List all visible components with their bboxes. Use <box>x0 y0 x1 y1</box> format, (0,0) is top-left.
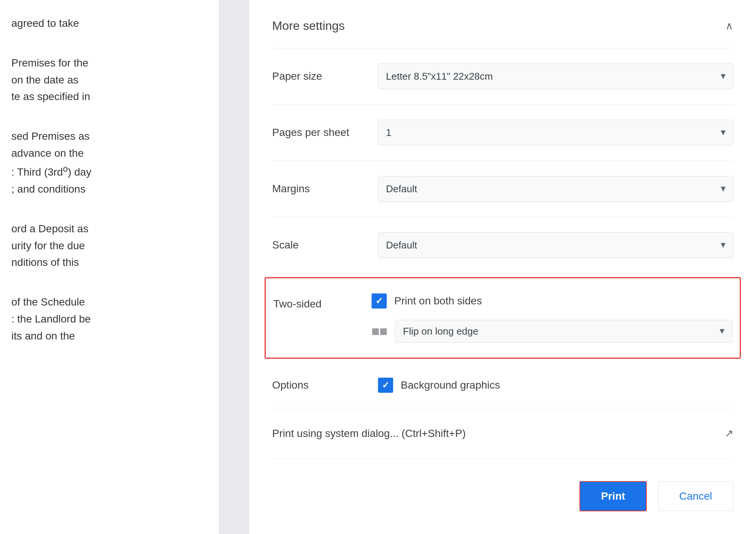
pages-per-sheet-select[interactable]: 1 2 4 <box>378 120 733 145</box>
system-dialog-row[interactable]: Print using system dialog... (Ctrl+Shift… <box>272 408 733 459</box>
paper-size-row: Paper size Letter 8.5"x11" 22x28cm A4 Le… <box>272 48 733 105</box>
scale-select-wrapper: Default Custom Fit to page width ▼ <box>378 232 733 258</box>
system-dialog-text: Print using system dialog... (Ctrl+Shift… <box>272 428 466 440</box>
margins-select-wrapper: Default None Minimum Custom ▼ <box>378 176 733 202</box>
more-settings-title: More settings <box>272 19 345 33</box>
paper-size-control: Letter 8.5"x11" 22x28cm A4 Legal ▼ <box>378 63 733 89</box>
margins-label: Margins <box>272 183 378 195</box>
two-sided-row: Two-sided Print on both sides ▦▦ Flip on… <box>265 277 741 359</box>
background-graphics-label: Background graphics <box>401 379 500 391</box>
doc-paragraph-5: of the Schedule: the Landlord beits and … <box>11 294 208 344</box>
pages-per-sheet-label: Pages per sheet <box>272 127 378 139</box>
pages-per-sheet-select-wrapper: 1 2 4 ▼ <box>378 120 733 145</box>
panel-separator <box>219 0 249 534</box>
external-link-icon: ↗︎ <box>725 427 733 440</box>
print-both-sides-row: Print on both sides <box>372 293 732 309</box>
doc-paragraph-2: Premises for theon the date aste as spec… <box>11 55 208 105</box>
paper-size-select-wrapper: Letter 8.5"x11" 22x28cm A4 Legal ▼ <box>378 63 733 89</box>
document-preview: agreed to take Premises for theon the da… <box>0 0 219 534</box>
pages-per-sheet-row: Pages per sheet 1 2 4 ▼ <box>272 105 733 161</box>
margins-row: Margins Default None Minimum Custom ▼ <box>272 161 733 217</box>
cancel-button[interactable]: Cancel <box>658 482 733 511</box>
more-settings-header: More settings ∧ <box>272 0 733 48</box>
paper-size-select[interactable]: Letter 8.5"x11" 22x28cm A4 Legal <box>378 63 733 89</box>
options-label: Options <box>272 379 378 391</box>
background-graphics-checkbox[interactable] <box>378 378 393 393</box>
options-controls: Background graphics <box>378 378 733 393</box>
margins-select[interactable]: Default None Minimum Custom <box>378 176 733 202</box>
doc-paragraph-1: agreed to take <box>11 15 208 32</box>
flip-pages-icon: ▦▦ <box>372 326 387 336</box>
paper-size-label: Paper size <box>272 70 378 82</box>
doc-paragraph-4: ord a Deposit asurity for the duendition… <box>11 221 208 271</box>
pages-per-sheet-control: 1 2 4 ▼ <box>378 120 733 145</box>
scale-control: Default Custom Fit to page width ▼ <box>378 232 733 258</box>
margins-control: Default None Minimum Custom ▼ <box>378 176 733 202</box>
doc-paragraph-3: sed Premises asadvance on the: Third (3r… <box>11 128 208 198</box>
print-button[interactable]: Print <box>579 481 647 511</box>
print-both-sides-label: Print on both sides <box>394 295 482 307</box>
scale-label: Scale <box>272 239 378 251</box>
document-text: agreed to take Premises for theon the da… <box>0 0 219 382</box>
print-both-sides-checkbox[interactable] <box>372 293 387 309</box>
flip-select-wrapper: Flip on long edge Flip on short edge ▼ <box>395 320 732 343</box>
flip-edge-row: ▦▦ Flip on long edge Flip on short edge … <box>372 320 732 343</box>
chevron-up-icon[interactable]: ∧ <box>725 20 733 32</box>
scale-row: Scale Default Custom Fit to page width ▼ <box>272 217 733 273</box>
footer-buttons: Print Cancel <box>272 462 733 534</box>
flip-icon: ▦▦ <box>372 326 387 336</box>
settings-body: Paper size Letter 8.5"x11" 22x28cm A4 Le… <box>272 48 733 462</box>
flip-edge-select[interactable]: Flip on long edge Flip on short edge <box>395 320 732 343</box>
options-row: Options Background graphics <box>272 363 733 408</box>
scale-select[interactable]: Default Custom Fit to page width <box>378 232 733 258</box>
two-sided-controls: Print on both sides ▦▦ Flip on long edge… <box>372 293 732 343</box>
print-settings-panel: More settings ∧ Paper size Letter 8.5"x1… <box>249 0 756 534</box>
two-sided-label: Two-sided <box>273 293 372 310</box>
